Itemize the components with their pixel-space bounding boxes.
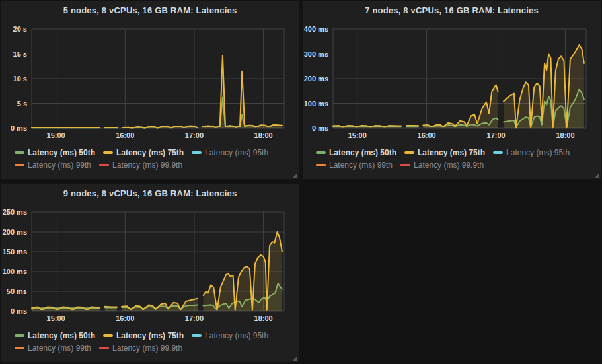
y-tick-label: 50 ms (7, 287, 27, 295)
legend-item-latency-ms-99.9th[interactable]: Latency (ms) 99.9th (400, 160, 484, 170)
series-color-swatch-icon (192, 334, 202, 337)
legend-label: Latency (ms) 75th (116, 147, 184, 158)
series-color-swatch-icon (103, 334, 113, 337)
legend-label: Latency (ms) 99th (28, 343, 91, 353)
series-color-swatch-icon (99, 164, 109, 166)
y-tick-label: 100 ms (304, 100, 328, 108)
legend-label: Latency (ms) 50th (329, 147, 396, 158)
series-color-swatch-icon (103, 151, 113, 154)
legend-item-latency-ms-75th[interactable]: Latency (ms) 75th (404, 147, 485, 158)
panel-resize-handle-icon[interactable] (595, 173, 599, 178)
series-latency-ms-75th (32, 55, 282, 128)
series-color-swatch-icon (316, 151, 326, 154)
legend-label: Latency (ms) 99th (28, 160, 91, 170)
x-tick-label: 18:00 (254, 131, 273, 139)
series-fill (203, 55, 282, 128)
legend-label: Latency (ms) 50th (28, 147, 95, 158)
legend-label: Latency (ms) 50th (28, 330, 95, 341)
y-tick-label: 250 ms (3, 208, 27, 216)
x-tick-label: 18:00 (556, 131, 574, 139)
legend-item-latency-ms-50th[interactable]: Latency (ms) 50th (15, 330, 95, 341)
x-tick-label: 17:00 (185, 314, 204, 322)
x-tick-label: 18:00 (254, 314, 273, 322)
legend-label: Latency (ms) 95th (506, 147, 570, 158)
series-color-swatch-icon (99, 347, 109, 349)
legend: Latency (ms) 50thLatency (ms) 75thLatenc… (316, 147, 598, 170)
series-color-swatch-icon (15, 164, 24, 166)
series-latency-ms-75th (333, 45, 584, 128)
x-tick-label: 15:00 (47, 131, 65, 139)
legend-item-latency-ms-99th[interactable]: Latency (ms) 99th (15, 343, 91, 353)
y-tick-label: 5 s (17, 100, 27, 108)
x-tick-label: 15:00 (348, 131, 367, 139)
x-tick-label: 16:00 (116, 131, 134, 139)
y-tick-label: 10 s (13, 75, 27, 83)
series-color-swatch-icon (15, 151, 24, 154)
series-color-swatch-icon (15, 334, 24, 337)
legend-item-latency-ms-99.9th[interactable]: Latency (ms) 99.9th (99, 160, 182, 170)
y-tick-label: 100 ms (3, 268, 27, 275)
panel-resize-handle-icon[interactable] (293, 356, 297, 361)
series-line (105, 307, 117, 307)
legend-item-latency-ms-50th[interactable]: Latency (ms) 50th (316, 147, 396, 158)
y-tick-label: 400 ms (304, 25, 328, 33)
y-tick-label: 200 ms (304, 75, 328, 83)
latency-graph[interactable]: 0 ms100 ms200 ms300 ms400 ms15:0016:0017… (303, 1, 601, 143)
x-tick-label: 16:00 (116, 314, 134, 322)
legend-label: Latency (ms) 99th (329, 160, 393, 170)
y-tick-label: 0 ms (11, 124, 27, 132)
y-tick-label: 0 ms (312, 124, 328, 132)
legend-label: Latency (ms) 95th (205, 147, 268, 158)
legend-item-latency-ms-75th[interactable]: Latency (ms) 75th (103, 147, 184, 158)
legend-item-latency-ms-95th[interactable]: Latency (ms) 95th (192, 330, 268, 341)
legend-item-latency-ms-99th[interactable]: Latency (ms) 99th (316, 160, 393, 170)
legend: Latency (ms) 50thLatency (ms) 75thLatenc… (15, 330, 296, 353)
legend-label: Latency (ms) 99.9th (112, 160, 182, 170)
series-color-swatch-icon (192, 151, 202, 154)
y-tick-label: 0 ms (11, 307, 27, 315)
x-tick-label: 17:00 (487, 131, 506, 139)
legend-item-latency-ms-50th[interactable]: Latency (ms) 50th (15, 147, 95, 158)
y-tick-label: 200 ms (3, 228, 27, 236)
x-tick-label: 16:00 (418, 131, 436, 139)
x-tick-label: 17:00 (185, 131, 204, 139)
legend-item-latency-ms-95th[interactable]: Latency (ms) 95th (493, 147, 570, 158)
legend-label: Latency (ms) 75th (116, 330, 184, 341)
panel-resize-handle-icon[interactable] (293, 173, 297, 178)
latency-graph[interactable]: 0 ms5 s10 s15 s20 s15:0016:0017:0018:00 (1, 1, 299, 143)
panel-7-nodes-latencies: 7 nodes, 8 vCPUs, 16 GB RAM: Latencies 0… (303, 1, 601, 179)
y-tick-label: 150 ms (3, 248, 27, 256)
y-tick-label: 20 s (13, 25, 27, 33)
legend-label: Latency (ms) 75th (418, 147, 485, 158)
panel-5-nodes-latencies: 5 nodes, 8 vCPUs, 16 GB RAM: Latencies 0… (1, 1, 299, 179)
legend-label: Latency (ms) 95th (205, 330, 268, 341)
latency-graph[interactable]: 0 ms50 ms100 ms150 ms200 ms250 ms15:0016… (1, 184, 299, 326)
legend: Latency (ms) 50thLatency (ms) 75thLatenc… (15, 147, 296, 170)
legend-item-latency-ms-95th[interactable]: Latency (ms) 95th (192, 147, 268, 158)
panel-9-nodes-latencies: 9 nodes, 8 vCPUs, 16 GB RAM: Latencies 0… (1, 184, 299, 362)
series-line (122, 126, 197, 128)
series-color-swatch-icon (400, 164, 410, 166)
x-tick-label: 15:00 (47, 314, 65, 322)
grafana-dashboard: 5 nodes, 8 vCPUs, 16 GB RAM: Latencies 0… (0, 0, 602, 363)
legend-item-latency-ms-99th[interactable]: Latency (ms) 99th (15, 160, 91, 170)
series-color-swatch-icon (493, 151, 503, 154)
legend-item-latency-ms-99.9th[interactable]: Latency (ms) 99.9th (99, 343, 182, 353)
series-color-swatch-icon (15, 347, 24, 349)
series-color-swatch-icon (404, 151, 414, 154)
legend-label: Latency (ms) 99.9th (112, 343, 182, 353)
legend-label: Latency (ms) 99.9th (414, 160, 484, 170)
y-tick-label: 15 s (13, 50, 27, 58)
series-color-swatch-icon (316, 164, 326, 166)
legend-item-latency-ms-75th[interactable]: Latency (ms) 75th (103, 330, 184, 341)
y-tick-label: 300 ms (304, 50, 328, 58)
